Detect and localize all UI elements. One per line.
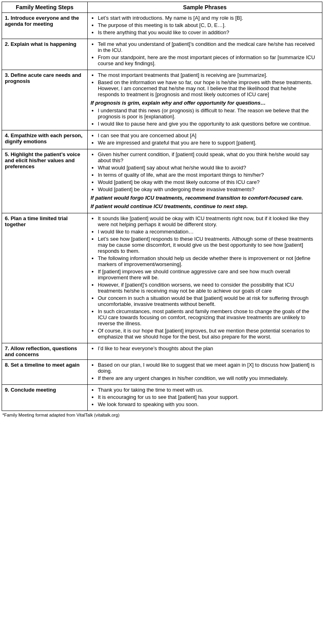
step-title: 3. Define acute care needs and prognosis xyxy=(5,72,81,84)
footer-text: *Family Meeting format adapted from Vita… xyxy=(2,413,322,417)
step-cell: 4. Empathize with each person, dignify e… xyxy=(2,130,88,149)
phrases-list: The most important treatments that [pati… xyxy=(98,72,319,97)
phrase-item: Let’s start with introductions. My name … xyxy=(98,15,319,21)
italic-note: If prognosis is grim, explain why and of… xyxy=(91,100,319,106)
header-phrases: Sample Phrases xyxy=(87,2,322,13)
phrases-list: Given his/her current condition, if [pat… xyxy=(98,151,319,192)
phrase-item: However, if [patient]’s condition worsen… xyxy=(98,282,319,294)
table-row: 5. Highlight the patient’s voice and eli… xyxy=(2,149,322,213)
extra-phrase-item: I would like to pause here and give you … xyxy=(98,121,319,127)
phrase-item: If there are any urgent changes in his/h… xyxy=(98,375,319,381)
phrase-item: I’d like to hear everyone’s thoughts abo… xyxy=(98,345,319,351)
phrase-item: From our standpoint, here are the most i… xyxy=(98,54,319,66)
phrases-list: Let’s start with introductions. My name … xyxy=(98,15,319,35)
step-title: 1. Introduce everyone and the agenda for… xyxy=(5,15,79,27)
phrases-list: Based on our plan, I would like to sugge… xyxy=(98,362,319,381)
table-row: 9. Conclude meetingThank you for taking … xyxy=(2,385,322,411)
phrase-item: I would like to make a recommendation… xyxy=(98,229,319,235)
phrases-cell: I can see that you are concerned about [… xyxy=(87,130,322,149)
phrase-item: We are impressed and grateful that you a… xyxy=(98,140,319,146)
phrases-cell: Based on our plan, I would like to sugge… xyxy=(87,360,322,385)
step-cell: 8. Set a timeline to meet again xyxy=(2,360,88,385)
phrase-item: Our concern in such a situation would be… xyxy=(98,295,319,307)
family-meeting-table: Family Meeting Steps Sample Phrases 1. I… xyxy=(2,2,322,411)
step-title: 4. Empathize with each person, dignify e… xyxy=(5,132,83,144)
italic-note: If patient would forgo ICU treatments, r… xyxy=(91,195,319,201)
phrase-item: Would [patient] be okay with undergoing … xyxy=(98,186,319,192)
phrase-item: The following information should help us… xyxy=(98,255,319,267)
table-row: 1. Introduce everyone and the agenda for… xyxy=(2,13,322,39)
phrase-item: Given his/her current condition, if [pat… xyxy=(98,151,319,163)
step-cell: 1. Introduce everyone and the agenda for… xyxy=(2,13,88,39)
step-title: 6. Plan a time limited trial together xyxy=(5,215,68,227)
extra-phrase-item: I understand that this news (or prognosi… xyxy=(98,107,319,120)
step-cell: 3. Define acute care needs and prognosis xyxy=(2,70,88,130)
phrase-item: The most important treatments that [pati… xyxy=(98,72,319,78)
phrases-cell: Tell me what you understand of [patient]… xyxy=(87,39,322,70)
phrases-cell: It sounds like [patient] would be okay w… xyxy=(87,213,322,343)
table-row: 4. Empathize with each person, dignify e… xyxy=(2,130,322,149)
phrase-item: Thank you for taking the time to meet wi… xyxy=(98,387,319,393)
header-steps: Family Meeting Steps xyxy=(2,2,88,13)
phrases-cell: Given his/her current condition, if [pat… xyxy=(87,149,322,213)
italic-note: If patient would continue ICU treatments… xyxy=(91,203,319,209)
phrase-item: In terms of quality of life, what are th… xyxy=(98,172,319,178)
phrases-cell: I’d like to hear everyone’s thoughts abo… xyxy=(87,343,322,360)
phrase-item: The purpose of this meeting is to talk a… xyxy=(98,22,319,28)
phrase-item: If [patient] improves we should continue… xyxy=(98,268,319,281)
phrase-item: Based on the information we have so far,… xyxy=(98,79,319,97)
phrase-item: What would [patient] say about what he/s… xyxy=(98,165,319,171)
phrases-list: Tell me what you understand of [patient]… xyxy=(98,41,319,66)
page-container: Family Meeting Steps Sample Phrases 1. I… xyxy=(0,0,324,421)
phrase-item: It sounds like [patient] would be okay w… xyxy=(98,215,319,227)
table-row: 2. Explain what is happeningTell me what… xyxy=(2,39,322,70)
phrase-item: Let’s see how [patient] responds to thes… xyxy=(98,236,319,254)
phrases-list: Thank you for taking the time to meet wi… xyxy=(98,387,319,407)
phrases-cell: Thank you for taking the time to meet wi… xyxy=(87,385,322,411)
table-row: 7. Allow reflection, questions and conce… xyxy=(2,343,322,360)
phrases-list: I’d like to hear everyone’s thoughts abo… xyxy=(98,345,319,351)
phrase-item: It is encouraging for us to see that [pa… xyxy=(98,394,319,400)
step-title: 2. Explain what is happening xyxy=(5,41,76,47)
phrases-cell: Let’s start with introductions. My name … xyxy=(87,13,322,39)
step-title: 7. Allow reflection, questions and conce… xyxy=(5,345,77,357)
table-row: 8. Set a timeline to meet againBased on … xyxy=(2,360,322,385)
step-cell: 2. Explain what is happening xyxy=(2,39,88,70)
phrases-cell: The most important treatments that [pati… xyxy=(87,70,322,130)
phrase-item: In such circumstances, most patients and… xyxy=(98,308,319,326)
table-row: 3. Define acute care needs and prognosis… xyxy=(2,70,322,130)
phrase-item: I can see that you are concerned about [… xyxy=(98,132,319,138)
step-title: 8. Set a timeline to meet again xyxy=(5,362,80,368)
phrase-item: Of course, it is our hope that [patient]… xyxy=(98,328,319,340)
phrase-item: Tell me what you understand of [patient]… xyxy=(98,41,319,53)
step-cell: 5. Highlight the patient’s voice and eli… xyxy=(2,149,88,213)
phrase-item: Is there anything that you would like to… xyxy=(98,29,319,35)
step-title: 9. Conclude meeting xyxy=(5,387,56,393)
phrase-item: Would [patient] be okay with the most li… xyxy=(98,179,319,185)
extra-phrases-list: I understand that this news (or prognosi… xyxy=(98,107,319,127)
step-cell: 9. Conclude meeting xyxy=(2,385,88,411)
phrase-item: Based on our plan, I would like to sugge… xyxy=(98,362,319,374)
step-cell: 7. Allow reflection, questions and conce… xyxy=(2,343,88,360)
step-title: 5. Highlight the patient’s voice and eli… xyxy=(5,151,80,169)
phrase-item: We look forward to speaking with you soo… xyxy=(98,401,319,407)
table-row: 6. Plan a time limited trial togetherIt … xyxy=(2,213,322,343)
phrases-list: I can see that you are concerned about [… xyxy=(98,132,319,146)
step-cell: 6. Plan a time limited trial together xyxy=(2,213,88,343)
phrases-list: It sounds like [patient] would be okay w… xyxy=(98,215,319,340)
